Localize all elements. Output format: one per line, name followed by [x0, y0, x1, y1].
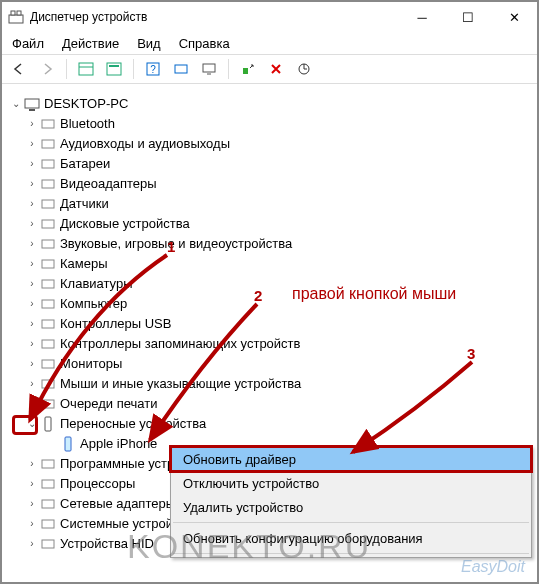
- category-row[interactable]: ›Мониторы: [8, 354, 531, 374]
- category-row[interactable]: ›Датчики: [8, 194, 531, 214]
- category-label: Видеоадаптеры: [60, 174, 157, 194]
- svg-rect-9: [175, 65, 187, 73]
- svg-rect-18: [42, 160, 54, 168]
- portable-icon: [40, 416, 56, 432]
- expand-icon[interactable]: ›: [26, 154, 38, 174]
- category-icon: [40, 116, 56, 132]
- device-manager-icon: [8, 9, 24, 25]
- category-row[interactable]: ›Камеры: [8, 254, 531, 274]
- svg-rect-33: [42, 460, 54, 468]
- category-row[interactable]: ›Дисковые устройства: [8, 214, 531, 234]
- expand-icon[interactable]: ›: [26, 134, 38, 154]
- expand-icon[interactable]: ›: [26, 314, 38, 334]
- expand-icon[interactable]: ›: [26, 274, 38, 294]
- close-button[interactable]: ✕: [491, 2, 537, 32]
- ctx-disable-device[interactable]: Отключить устройство: [171, 471, 531, 495]
- expand-icon[interactable]: ›: [26, 494, 38, 514]
- svg-rect-28: [42, 360, 54, 368]
- maximize-button[interactable]: ☐: [445, 2, 491, 32]
- expand-icon[interactable]: ›: [26, 194, 38, 214]
- context-menu: Обновить драйвер Отключить устройство Уд…: [170, 446, 532, 558]
- category-row[interactable]: ›Контроллеры запоминающих устройств: [8, 334, 531, 354]
- category-row[interactable]: ›Клавиатуры: [8, 274, 531, 294]
- category-icon: [40, 496, 56, 512]
- toolbar: ?: [2, 54, 537, 84]
- monitor-icon[interactable]: [198, 58, 220, 80]
- expand-icon[interactable]: ›: [26, 354, 38, 374]
- svg-rect-37: [42, 540, 54, 548]
- category-row[interactable]: ›Звуковые, игровые и видеоустройства: [8, 234, 531, 254]
- category-row[interactable]: ›Батареи: [8, 154, 531, 174]
- properties-icon[interactable]: [103, 58, 125, 80]
- svg-rect-16: [42, 120, 54, 128]
- collapse-icon[interactable]: ⌄: [10, 94, 22, 114]
- expand-icon[interactable]: ›: [26, 214, 38, 234]
- category-portable[interactable]: ⌄ Переносные устройства: [8, 414, 531, 434]
- expand-icon[interactable]: ›: [26, 394, 38, 414]
- forward-button[interactable]: [36, 58, 58, 80]
- svg-rect-31: [45, 417, 51, 431]
- category-icon: [40, 256, 56, 272]
- category-label: Контроллеры запоминающих устройств: [60, 334, 300, 354]
- menu-file[interactable]: Файл: [12, 36, 44, 51]
- refresh-icon[interactable]: [293, 58, 315, 80]
- expand-icon[interactable]: ›: [26, 454, 38, 474]
- svg-rect-24: [42, 280, 54, 288]
- expand-icon[interactable]: ›: [26, 294, 38, 314]
- minimize-button[interactable]: ─: [399, 2, 445, 32]
- category-row[interactable]: ›Компьютер: [8, 294, 531, 314]
- category-row[interactable]: ›Аудиовходы и аудиовыходы: [8, 134, 531, 154]
- category-label: Аудиовходы и аудиовыходы: [60, 134, 230, 154]
- svg-rect-22: [42, 240, 54, 248]
- view-icon[interactable]: [75, 58, 97, 80]
- category-row[interactable]: ›Видеоадаптеры: [8, 174, 531, 194]
- svg-rect-0: [9, 15, 23, 23]
- svg-rect-17: [42, 140, 54, 148]
- category-icon: [40, 336, 56, 352]
- svg-rect-20: [42, 200, 54, 208]
- menu-view[interactable]: Вид: [137, 36, 161, 51]
- expand-icon[interactable]: ›: [26, 474, 38, 494]
- svg-rect-21: [42, 220, 54, 228]
- ctx-separator: [173, 522, 529, 523]
- expand-icon[interactable]: ›: [26, 254, 38, 274]
- category-label: Очереди печати: [60, 394, 158, 414]
- root-node[interactable]: ⌄ DESKTOP-PC: [8, 94, 531, 114]
- category-label: Bluetooth: [60, 114, 115, 134]
- category-icon: [40, 136, 56, 152]
- scan-icon[interactable]: [170, 58, 192, 80]
- expand-icon[interactable]: ›: [26, 174, 38, 194]
- expand-icon[interactable]: ›: [26, 374, 38, 394]
- svg-rect-2: [17, 11, 21, 15]
- category-row[interactable]: ›Bluetooth: [8, 114, 531, 134]
- expand-icon[interactable]: ›: [26, 114, 38, 134]
- category-row[interactable]: ›Очереди печати: [8, 394, 531, 414]
- ctx-update-driver[interactable]: Обновить драйвер: [171, 447, 531, 471]
- computer-icon: [24, 96, 40, 112]
- watermark-secondary: EasyDoit: [461, 558, 525, 576]
- category-label: Сетевые адаптеры: [60, 494, 175, 514]
- svg-rect-5: [107, 63, 121, 75]
- expand-icon[interactable]: ›: [26, 514, 38, 534]
- menu-help[interactable]: Справка: [179, 36, 230, 51]
- category-label: Устройства HID: [60, 534, 154, 554]
- category-row[interactable]: ›Контроллеры USB: [8, 314, 531, 334]
- category-icon: [40, 456, 56, 472]
- collapse-icon[interactable]: ⌄: [26, 414, 38, 434]
- category-icon: [40, 216, 56, 232]
- back-button[interactable]: [8, 58, 30, 80]
- expand-icon[interactable]: ›: [26, 534, 38, 554]
- ctx-uninstall-device[interactable]: Удалить устройство: [171, 495, 531, 519]
- uninstall-icon[interactable]: [265, 58, 287, 80]
- category-icon: [40, 276, 56, 292]
- menu-action[interactable]: Действие: [62, 36, 119, 51]
- expand-icon[interactable]: ›: [26, 334, 38, 354]
- category-row[interactable]: ›Мыши и иные указывающие устройства: [8, 374, 531, 394]
- svg-rect-10: [203, 64, 215, 72]
- update-driver-icon[interactable]: [237, 58, 259, 80]
- expand-icon[interactable]: ›: [26, 234, 38, 254]
- ctx-scan-hardware[interactable]: Обновить конфигурацию оборудования: [171, 526, 531, 550]
- svg-rect-26: [42, 320, 54, 328]
- category-icon: [40, 236, 56, 252]
- help-icon[interactable]: ?: [142, 58, 164, 80]
